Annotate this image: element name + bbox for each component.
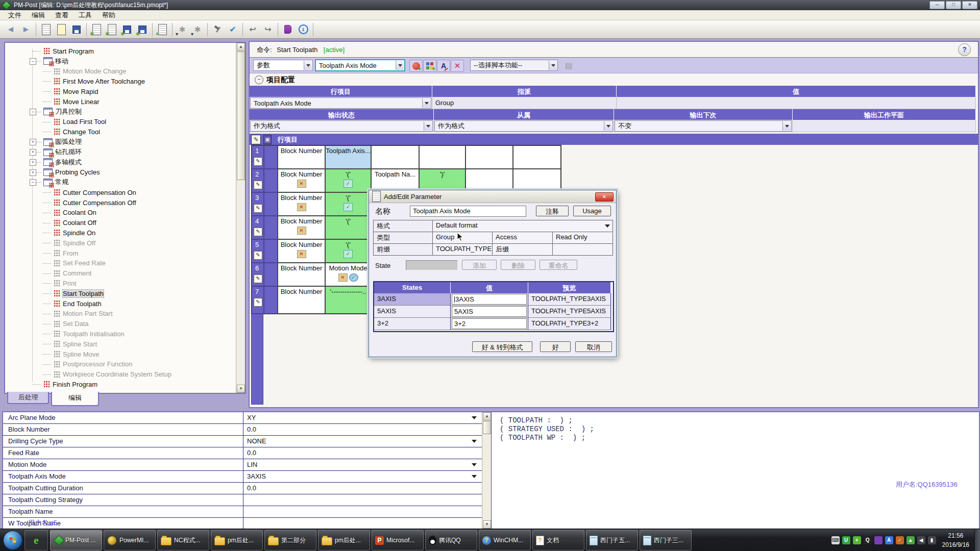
format-combo[interactable]: Default format [432, 220, 613, 232]
grid-cell[interactable] [419, 145, 465, 169]
grid-cell[interactable]: ')' [419, 169, 465, 192]
qq-tray-icon[interactable]: Q [864, 536, 872, 544]
usage-button[interactable]: Usage [573, 206, 611, 216]
grid-cell[interactable]: Block Number [278, 263, 325, 286]
grid-cell[interactable] [465, 145, 513, 169]
tree-item-spindle-on[interactable]: Spindle On [5, 228, 236, 238]
tree-item-多轴模式[interactable]: +多轴模式 [5, 157, 236, 167]
show-desktop-button[interactable] [974, 529, 980, 551]
prefix-value[interactable]: TOOLPATH_TYPE [432, 243, 493, 256]
toolbar-open-option-button[interactable]: ✱ [104, 22, 119, 37]
volume-icon[interactable]: ◀ [917, 536, 925, 544]
toolbar-undo-button[interactable]: ↩ [245, 22, 260, 37]
delete-state-button[interactable]: 删除 [501, 260, 535, 270]
param-row-toolpath-name[interactable]: Toolpath Name [3, 506, 482, 518]
scroll-up-icon[interactable]: ▲ [237, 43, 245, 51]
row-edit-icon[interactable]: ✎ [254, 251, 262, 260]
toolbar-add-command-button[interactable]: + [155, 22, 170, 37]
grid-row-number[interactable]: 3✎ [252, 192, 264, 216]
chevron-down-icon[interactable] [604, 121, 612, 131]
expand-icon[interactable]: + [30, 169, 36, 176]
tree-item-print[interactable]: Print [5, 278, 236, 288]
tree-item-motion-part-start[interactable]: Motion Part Start [5, 309, 236, 319]
param-row-arc-plane-mode[interactable]: Arc Plane ModeXY [3, 412, 482, 424]
line-item-combo[interactable]: Toolpath Axis Mode [250, 97, 431, 109]
add-parameter-button[interactable] [409, 60, 423, 72]
state-value-editbox[interactable]: 5AXIS [452, 306, 527, 317]
chevron-down-icon[interactable] [472, 463, 477, 469]
task-button-文档[interactable]: 文档 [532, 530, 584, 550]
param-row-toolpath-cutting-strategy[interactable]: Toolpath Cutting Strategy [3, 494, 482, 506]
toolbar-back-button[interactable]: ◄ [3, 22, 18, 37]
row-edit-icon[interactable]: ✎ [254, 298, 262, 307]
grid-row-number[interactable]: 4✎ [252, 216, 264, 239]
grid-row-number[interactable]: 2✎ [252, 169, 264, 192]
param-row-motion-mode[interactable]: Motion ModeLIN [3, 459, 482, 471]
toolbar-new-file-button[interactable] [38, 22, 54, 37]
chevron-down-icon[interactable] [396, 61, 404, 70]
menu-item-工具[interactable]: 工具 [74, 10, 97, 21]
dialog-title-bar[interactable]: Add/Edit Parameter ✕ [369, 190, 616, 203]
tree-item-spline-start[interactable]: Spline Start [5, 339, 236, 349]
taskbar-clock[interactable]: 21:56 2016/9/16 [942, 531, 969, 549]
tree-item-workpiece-coordinate-system-setup[interactable]: Workpiece Coordinate System Setup [5, 369, 236, 380]
tree-item-spline-move[interactable]: Spline Move [5, 349, 236, 359]
network-icon[interactable]: ▮ [928, 536, 936, 544]
param-row-w-toolpath-name[interactable]: W Toolpath Name [3, 518, 482, 530]
row-edit-icon[interactable]: ✎ [254, 181, 262, 189]
tab-post-process[interactable]: 后处理 [7, 392, 49, 404]
taskbar-browser-button[interactable]: e [24, 530, 48, 550]
task-button-西门子三[interactable]: 西门子三... [640, 530, 692, 550]
security-check-icon[interactable]: ✓ [896, 536, 904, 544]
state-value-cell[interactable]: 5AXIS [451, 306, 528, 318]
help-button[interactable]: ? [958, 43, 971, 56]
tree-item-from[interactable]: From [5, 248, 236, 258]
run-script-button[interactable]: ▤ [562, 60, 575, 72]
tree-item-load-first-tool[interactable]: Load First Tool [5, 117, 236, 127]
grid-cell[interactable]: Toolpath Na... [371, 169, 419, 192]
chevron-down-icon[interactable] [472, 440, 477, 445]
pinyin-icon[interactable]: A [885, 536, 893, 544]
category-combo[interactable]: 参数 [253, 60, 313, 71]
row-edit-icon[interactable]: ✎ [254, 157, 262, 166]
chevron-down-icon[interactable] [549, 61, 557, 70]
grid-cell[interactable]: Block Number✕ [278, 239, 325, 263]
state-value-editbox[interactable]: 3+2 [452, 318, 527, 329]
delete-button[interactable]: ✕ [451, 60, 464, 72]
toolbar-reference-book-button[interactable] [280, 22, 296, 37]
tree-item-move-linear[interactable]: Move Linear [5, 96, 236, 107]
expand-icon[interactable]: + [30, 149, 36, 156]
state-value-cell[interactable]: 3+2 [451, 318, 528, 330]
tab-edit[interactable]: 编辑 [51, 392, 99, 406]
parameter-combo[interactable]: Toolpath Axis Mode [315, 59, 405, 71]
chevron-down-icon[interactable] [472, 475, 477, 481]
chevron-down-icon[interactable] [304, 61, 312, 70]
param-row-toolpath-axis-mode[interactable]: Toolpath Axis Mode3AXIS [3, 471, 482, 483]
grid-cell[interactable]: '('✓ [325, 192, 371, 216]
tree-item-finish-program[interactable]: Finish Program [5, 379, 236, 389]
grid-cell[interactable]: '--------------.. [325, 286, 371, 314]
task-button-pm后处[interactable]: pm后处... [318, 530, 370, 550]
toolbar-tools-button[interactable] [210, 22, 225, 37]
scroll-up-icon[interactable]: ▲ [483, 412, 491, 420]
chevron-down-icon[interactable] [422, 98, 430, 108]
grid-cell[interactable] [371, 145, 419, 169]
toolbar-info-button[interactable]: i [296, 22, 311, 37]
row-edit-icon[interactable]: ✎ [254, 274, 262, 283]
param-row-feed-rate[interactable]: Feed Rate0.0 [3, 447, 482, 459]
keyboard-icon[interactable]: ⌨ [831, 536, 840, 544]
tree-item-coolant-off[interactable]: Coolant Off [5, 218, 236, 228]
collapse-icon[interactable]: − [30, 109, 36, 115]
grid-cell[interactable]: Block Number✕ [278, 169, 325, 192]
grid-cell[interactable]: '('✓ [325, 169, 371, 192]
task-button-第二部分[interactable]: 第二部分 [264, 530, 316, 550]
tree-item-probing-cycles[interactable]: +Probing Cycles [5, 167, 236, 178]
maximize-button[interactable]: □ [946, 1, 961, 9]
grid-cell[interactable] [513, 145, 561, 169]
menu-item-帮助[interactable]: 帮助 [97, 10, 120, 21]
ok-button[interactable]: 好 [540, 341, 571, 352]
chevron-down-icon[interactable] [424, 121, 432, 131]
toolbar-redo-button[interactable]: ↪ [260, 22, 276, 37]
violet-app-icon[interactable] [874, 536, 883, 544]
output-state-combo[interactable]: 作为格式 [250, 120, 433, 132]
